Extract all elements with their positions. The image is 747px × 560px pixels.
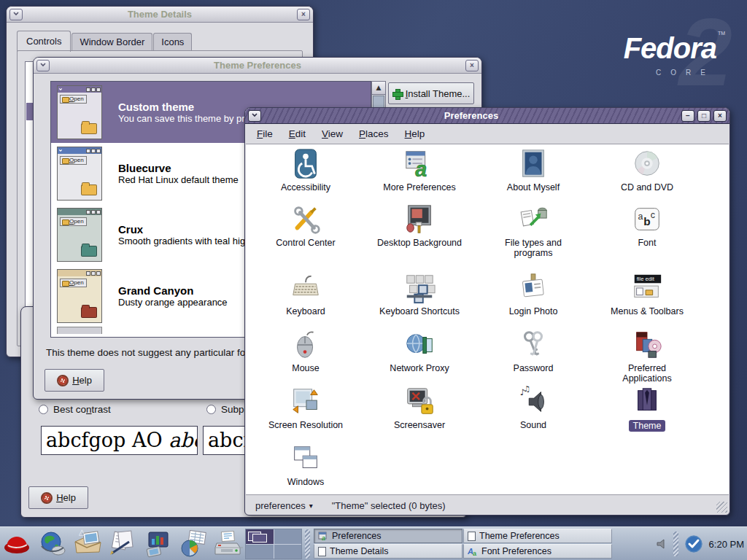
- pref-item-desktop-background[interactable]: Desktop Background: [363, 203, 476, 259]
- pref-item-keyboard-shortcuts[interactable]: Keyboard Shortcuts: [363, 271, 476, 316]
- window-menu-button[interactable]: [36, 60, 50, 71]
- close-button[interactable]: ×: [297, 9, 310, 20]
- pref-item-preferred-applications[interactable]: Preferred Applications: [590, 328, 704, 384]
- theme-thumbnail: Open: [57, 208, 102, 262]
- tray-drag-handle[interactable]: [673, 532, 678, 556]
- panel-drag-handle[interactable]: [305, 529, 310, 559]
- close-button[interactable]: ×: [465, 60, 479, 71]
- pref-item-screen-resolution[interactable]: Screen Resolution: [249, 385, 363, 432]
- menus-toolbars-icon: file edit: [630, 271, 664, 305]
- menu-edit[interactable]: Edit: [282, 126, 313, 141]
- window-menu-button[interactable]: [9, 9, 23, 20]
- preferences-task-icon: a: [318, 531, 328, 541]
- tab-window-border[interactable]: Window Border: [71, 33, 152, 51]
- print-manager-launcher[interactable]: [212, 529, 244, 559]
- radio-best-contrast[interactable]: Best contrast: [39, 404, 111, 415]
- theme-description: Smooth gradients with teal high: [118, 236, 250, 246]
- theme-name: Custom theme: [118, 101, 245, 113]
- pref-item-screensaver[interactable]: Screensaver: [363, 385, 476, 432]
- workspace-4[interactable]: [274, 545, 302, 559]
- radio-label: Best co: [53, 404, 86, 415]
- fedora-logo: 2 Fedora TM CORE: [613, 7, 737, 91]
- task-theme-details[interactable]: Theme Details: [314, 544, 462, 559]
- theme-note-text: This theme does not suggest any particul…: [46, 347, 245, 358]
- theme-thumbnail: Open: [57, 269, 102, 323]
- scroll-up-arrow[interactable]: ▲: [372, 82, 385, 95]
- theme-details-titlebar[interactable]: Theme Details ×: [7, 7, 313, 23]
- pref-item-control-center[interactable]: Control Center: [249, 203, 363, 259]
- radio-circle[interactable]: [39, 405, 48, 414]
- workspace-switcher[interactable]: [245, 529, 302, 559]
- pref-item-label: More Preferences: [383, 182, 455, 192]
- task-label: Theme Preferences: [479, 531, 560, 541]
- theme-preferences-titlebar[interactable]: Theme Preferences ×: [34, 58, 481, 74]
- tab-icons[interactable]: Icons: [153, 33, 192, 51]
- install-theme-label: Install Theme...: [406, 88, 471, 99]
- login-photo-icon: [516, 271, 550, 305]
- fedora-brand-text: Fedora: [624, 32, 716, 65]
- update-check-icon[interactable]: [684, 534, 703, 553]
- radio-circle[interactable]: [206, 405, 216, 414]
- clock[interactable]: 6:20 PM: [709, 539, 744, 550]
- task-preferences[interactable]: a Preferences: [314, 529, 462, 543]
- menu-file[interactable]: File: [249, 126, 280, 141]
- folder-icon: [81, 307, 97, 318]
- workspace-2[interactable]: [274, 529, 302, 544]
- workspace-3[interactable]: [246, 545, 274, 559]
- workspace-1[interactable]: [246, 529, 274, 544]
- tab-controls[interactable]: Controls: [17, 31, 71, 52]
- svg-text:♫: ♫: [524, 385, 530, 393]
- pref-item-cd-dvd[interactable]: CD and DVD: [590, 147, 704, 192]
- pref-item-about-myself[interactable]: About Myself: [476, 147, 590, 192]
- pref-item-keyboard[interactable]: Keyboard: [249, 271, 363, 316]
- task-font-preferences[interactable]: Aa Font Preferences: [463, 544, 612, 559]
- pref-item-label: File types and programs: [490, 238, 576, 259]
- volume-speaker-icon[interactable]: [656, 538, 667, 550]
- menubar: File Edit View Places Help: [245, 124, 729, 143]
- word-processor-launcher[interactable]: [107, 529, 139, 559]
- main-menu-redhat-button[interactable]: [1, 529, 34, 559]
- help-button[interactable]: Help: [28, 486, 88, 509]
- password-icon: [516, 328, 550, 362]
- open-button-preview: Open: [60, 217, 87, 226]
- maximize-button[interactable]: □: [697, 110, 711, 122]
- presentation-launcher[interactable]: [142, 529, 174, 559]
- menu-help[interactable]: Help: [398, 126, 433, 141]
- help-button[interactable]: Help: [44, 369, 104, 392]
- preferences-titlebar[interactable]: Preferences − □ ×: [245, 108, 729, 124]
- caret-down-icon: ▾: [309, 502, 313, 510]
- svg-text:file edit: file edit: [637, 276, 655, 282]
- system-tray: 6:20 PM: [656, 527, 744, 560]
- keyboard-icon: [289, 271, 322, 305]
- pref-item-mouse[interactable]: Mouse: [249, 328, 363, 384]
- theme-icon: [630, 385, 664, 419]
- pref-item-font[interactable]: abc Font: [590, 203, 704, 259]
- spreadsheet-launcher[interactable]: [177, 529, 209, 559]
- folder-icon: [81, 184, 97, 195]
- pref-item-login-photo[interactable]: Login Photo: [476, 271, 590, 316]
- cd-dvd-icon: [630, 147, 664, 181]
- install-theme-button[interactable]: Install Theme...: [388, 82, 474, 104]
- web-browser-launcher[interactable]: [36, 529, 69, 559]
- pref-item-menus-toolbars[interactable]: file edit Menus & Toolbars: [590, 271, 704, 316]
- menu-places[interactable]: Places: [352, 126, 396, 141]
- pref-item-sound[interactable]: ♪♫ Sound: [476, 385, 590, 432]
- minimize-button[interactable]: −: [681, 110, 694, 122]
- menu-view[interactable]: View: [314, 126, 350, 141]
- resize-grip[interactable]: [716, 502, 727, 513]
- pref-item-file-types[interactable]: File types and programs: [476, 203, 590, 259]
- pref-item-more-preferences[interactable]: a More Preferences: [363, 147, 476, 192]
- close-button[interactable]: ×: [713, 110, 727, 122]
- email-launcher[interactable]: [71, 529, 104, 559]
- task-theme-preferences[interactable]: Theme Preferences: [463, 529, 612, 543]
- pref-item-password[interactable]: Password: [476, 328, 590, 384]
- theme-item-partial[interactable]: [57, 327, 102, 334]
- theme-description: You can save this theme by pr: [118, 113, 245, 124]
- pref-item-network-proxy[interactable]: Network Proxy: [363, 328, 476, 384]
- pref-item-accessibility[interactable]: Accessibility: [249, 147, 363, 192]
- pref-item-theme[interactable]: Theme: [590, 385, 704, 432]
- fedora-core-text: CORE: [656, 69, 715, 77]
- location-dropdown[interactable]: preferences ▾: [249, 499, 319, 513]
- pref-item-windows[interactable]: Windows: [249, 442, 363, 487]
- window-menu-button[interactable]: [248, 110, 261, 122]
